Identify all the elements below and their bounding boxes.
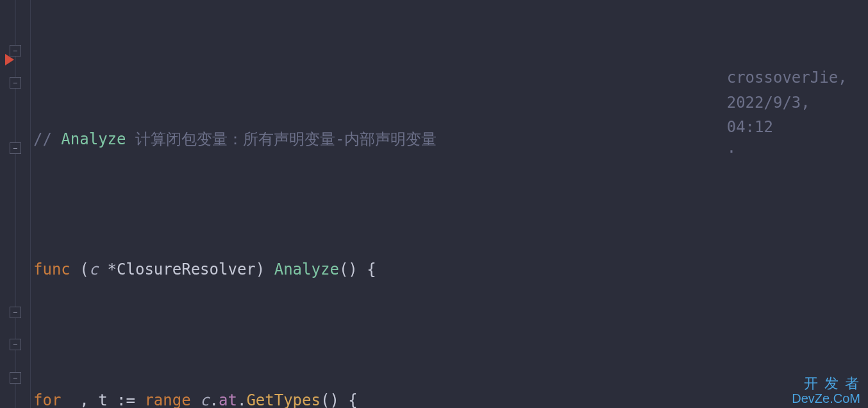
comment-fn-name: Analyze <box>61 127 126 151</box>
code-editor[interactable]: − − − − − − crossoverJie, 2022/9/3, 04:1… <box>0 0 868 408</box>
blame-time: 04:12 <box>727 118 773 136</box>
gutter: − − − − − − <box>0 0 31 408</box>
blame-dot: · <box>727 143 736 161</box>
comment-text: 计算闭包变量：所有声明变量-内部声明变量 <box>126 127 437 151</box>
fold-end-icon[interactable]: − <box>10 372 21 384</box>
keyword-range: range <box>144 388 190 408</box>
fold-end-icon[interactable]: − <box>10 339 21 350</box>
code-line[interactable]: func (c *ClosureResolver) Analyze() { <box>33 254 868 286</box>
brace-open: { <box>367 257 376 282</box>
code-line[interactable]: for _, t := range c.at.GetTypes() { <box>33 384 868 408</box>
code-area[interactable]: crossoverJie, 2022/9/3, 04:12 · // Analy… <box>31 0 868 408</box>
receiver-var: c <box>89 257 98 282</box>
blame-author: crossoverJie <box>727 69 838 87</box>
fold-end-icon[interactable]: − <box>10 307 21 318</box>
receiver-type: ClosureResolver <box>117 257 256 282</box>
git-blame-annotation: crossoverJie, 2022/9/3, 04:12 · <box>671 41 856 189</box>
fold-collapse-icon[interactable]: − <box>10 77 21 89</box>
keyword-func: func <box>33 257 71 282</box>
function-name: Analyze <box>274 257 339 282</box>
comment-slashes: // <box>33 127 61 151</box>
blame-date: 2022/9/3 <box>727 94 801 112</box>
keyword-for: for <box>33 388 61 408</box>
breakpoint-icon[interactable] <box>5 54 14 65</box>
fold-collapse-icon[interactable]: − <box>10 142 21 154</box>
